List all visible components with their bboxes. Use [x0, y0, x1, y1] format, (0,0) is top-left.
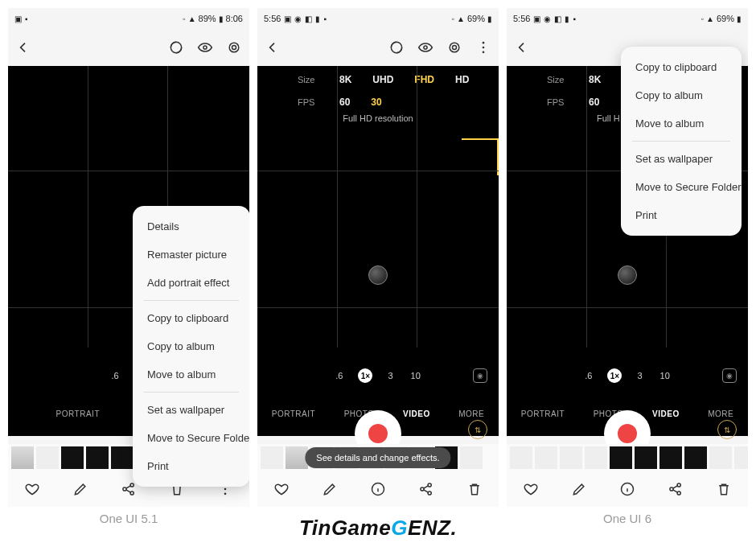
mode-portrait[interactable]: PORTRAIT [521, 409, 565, 418]
zoom-06[interactable]: .6 [582, 369, 594, 382]
zoom-06[interactable]: .6 [333, 369, 345, 382]
thumbnail[interactable] [560, 446, 582, 469]
thumbnail[interactable] [535, 446, 557, 469]
focus-box-icon[interactable]: ◉ [722, 368, 737, 383]
thumbnail[interactable] [659, 446, 682, 469]
zoom-3[interactable]: 3 [385, 369, 395, 382]
switch-camera-icon[interactable]: ⇅ [468, 420, 487, 439]
remaster-icon[interactable] [167, 39, 185, 56]
menu-secure-folder[interactable]: Move to Secure Folder [621, 173, 742, 201]
menu-secure-folder[interactable]: Move to Secure Folder [133, 424, 249, 452]
mode-video[interactable]: VIDEO [652, 409, 680, 418]
info-icon[interactable] [618, 480, 636, 498]
more-icon[interactable] [475, 39, 492, 56]
thumbnail[interactable] [36, 446, 59, 469]
edit-icon[interactable] [72, 480, 89, 498]
thumbnail[interactable] [111, 446, 134, 469]
back-icon[interactable] [14, 39, 32, 56]
svg-point-9 [224, 493, 227, 496]
app-icon: ◧ [554, 14, 561, 23]
photo-icon: ▣ [284, 14, 291, 23]
menu-copy-album[interactable]: Copy to album [133, 332, 249, 360]
thumbnail[interactable] [635, 446, 657, 469]
app-icon: ▪ [25, 14, 28, 23]
watermark: TinGameGENZ. [299, 516, 457, 541]
mode-more[interactable]: MORE [458, 409, 484, 418]
phone-two-tooltip: 5:56 ▣ ◉ ◧ ▮ ▪ ◦ ▲ 69% ▮ [257, 8, 499, 507]
size-fhd[interactable]: FHD [414, 74, 434, 85]
wifi-icon: ◦ [701, 14, 705, 23]
menu-remaster[interactable]: Remaster picture [133, 241, 249, 269]
menu-details[interactable]: Details [133, 212, 249, 241]
mode-portrait[interactable]: PORTRAIT [56, 409, 100, 418]
fps-label: FPS [547, 97, 568, 107]
fps-60[interactable]: 60 [589, 97, 599, 108]
size-hd[interactable]: HD [455, 74, 469, 85]
signal-icon: ▲ [457, 14, 465, 23]
trash-icon[interactable] [466, 480, 483, 498]
thumbnail[interactable] [610, 446, 632, 469]
edit-icon[interactable] [321, 480, 339, 498]
size-uhd[interactable]: UHD [372, 74, 393, 85]
zoom-06[interactable]: .6 [109, 369, 121, 382]
share-icon[interactable] [667, 480, 684, 498]
menu-copy-album[interactable]: Copy to album [621, 81, 742, 109]
menu-move-album[interactable]: Move to album [133, 360, 249, 389]
menu-wallpaper[interactable]: Set as wallpaper [621, 145, 742, 173]
back-icon[interactable] [264, 39, 281, 56]
thumbnail[interactable] [585, 446, 607, 469]
info-icon[interactable] [369, 480, 387, 498]
bottom-toolbar [257, 471, 499, 507]
thumbnail[interactable] [709, 446, 732, 469]
mode-portrait[interactable]: PORTRAIT [272, 409, 315, 418]
fps-label: FPS [298, 97, 318, 107]
mode-more[interactable]: MORE [708, 409, 733, 418]
thumbnail[interactable] [734, 446, 748, 469]
thumbnail[interactable] [261, 446, 283, 469]
menu-wallpaper[interactable]: Set as wallpaper [133, 396, 249, 424]
caption-left: One UI 5.1 [8, 512, 249, 525]
size-label: Size [298, 75, 318, 84]
zoom-10[interactable]: 10 [658, 369, 672, 382]
svg-point-1 [203, 46, 207, 49]
zoom-3[interactable]: 3 [635, 369, 644, 382]
clock-text: 5:56 [264, 14, 281, 23]
heart-icon[interactable] [522, 480, 540, 498]
menu-print[interactable]: Print [621, 201, 742, 229]
menu-print[interactable]: Print [133, 452, 249, 480]
thumbnail-strip[interactable] [507, 444, 748, 471]
share-icon[interactable] [417, 480, 435, 498]
size-8k[interactable]: 8K [589, 74, 601, 85]
zoom-10[interactable]: 10 [409, 369, 423, 382]
back-icon[interactable] [513, 39, 531, 56]
thumbnail[interactable] [61, 446, 84, 469]
battery-icon: ▮ [219, 14, 224, 23]
eye-icon[interactable] [196, 39, 214, 56]
size-8k[interactable]: 8K [339, 74, 351, 85]
mode-video[interactable]: VIDEO [403, 409, 430, 418]
eye-icon[interactable] [417, 39, 434, 56]
remaster-icon[interactable] [388, 39, 405, 56]
thumbnail[interactable] [86, 446, 109, 469]
heart-icon[interactable] [273, 480, 290, 498]
app-icon: ▮ [315, 14, 320, 23]
edit-icon[interactable] [570, 480, 588, 498]
fps-30[interactable]: 30 [371, 97, 381, 108]
menu-copy-clipboard[interactable]: Copy to clipboard [621, 53, 742, 81]
trash-icon[interactable] [715, 480, 733, 498]
heart-icon[interactable] [23, 480, 41, 498]
menu-copy-clipboard[interactable]: Copy to clipboard [133, 304, 249, 332]
spiral-icon[interactable] [225, 39, 243, 56]
zoom-1x[interactable]: 1× [358, 368, 372, 383]
fps-60[interactable]: 60 [339, 97, 350, 108]
menu-move-album[interactable]: Move to album [621, 109, 742, 138]
zoom-1x[interactable]: 1× [607, 368, 622, 383]
focus-box-icon[interactable]: ◉ [473, 368, 487, 383]
switch-camera-icon[interactable]: ⇅ [717, 420, 737, 439]
thumbnail[interactable] [11, 446, 34, 469]
spiral-icon[interactable] [446, 39, 463, 56]
thumbnail[interactable] [460, 446, 483, 469]
menu-portrait-effect[interactable]: Add portrait effect [133, 269, 249, 297]
thumbnail[interactable] [684, 446, 707, 469]
thumbnail[interactable] [510, 446, 532, 469]
